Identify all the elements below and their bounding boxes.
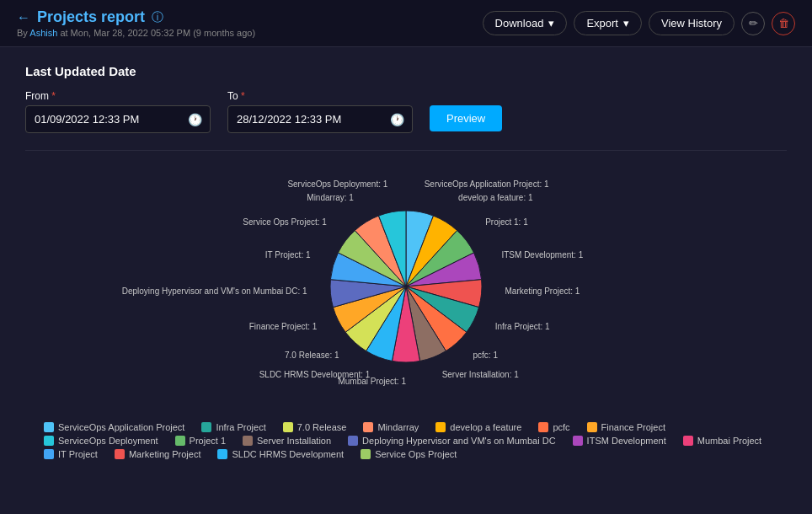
legend-color-box xyxy=(201,422,211,432)
legend-item: Mindarray xyxy=(363,422,419,432)
from-input-wrap: 🕐 xyxy=(25,105,211,133)
legend-label: ITSM Development xyxy=(587,436,666,446)
legend-label: IT Project xyxy=(58,449,98,459)
legend-item: Project 1 xyxy=(175,436,226,446)
page-title: Projects report xyxy=(37,8,145,26)
pie-label: Mindarray: 1 xyxy=(307,192,354,201)
legend-color-box xyxy=(44,436,54,446)
legend-item: ServiceOps Application Project xyxy=(44,422,184,432)
legend-color-box xyxy=(217,449,227,459)
pie-label: 7.0 Release: 1 xyxy=(285,351,339,360)
legend-color-box xyxy=(115,449,125,459)
legend-label: Deploying Hypervisor and VM's on Mumbai … xyxy=(362,436,556,446)
legend-grid: ServiceOps Application ProjectInfra Proj… xyxy=(27,422,785,459)
legend-item: develop a feature xyxy=(435,422,521,432)
legend-label: pcfc xyxy=(553,422,569,432)
from-label: From * xyxy=(25,90,211,102)
legend-color-box xyxy=(683,436,693,446)
to-date-input[interactable] xyxy=(227,105,413,133)
pie-label: Finance Project: 1 xyxy=(249,321,318,330)
pie-label: Infra Project: 1 xyxy=(495,321,550,330)
legend-color-box xyxy=(243,436,253,446)
pie-label: ServiceOps Application Project: 1 xyxy=(425,179,549,189)
pie-label: ITSM Development: 1 xyxy=(501,249,583,259)
legend-item: Service Ops Project xyxy=(361,449,457,459)
legend-color-box xyxy=(587,422,597,432)
legend-color-box xyxy=(348,436,358,446)
legend-item: ITSM Development xyxy=(573,436,666,446)
export-label: Export xyxy=(586,17,618,29)
legend-item: 7.0 Release xyxy=(283,422,347,432)
legend-item: SLDC HRMS Development xyxy=(217,449,344,459)
download-chevron-icon: ▾ xyxy=(548,17,554,29)
pie-label: Project 1: 1 xyxy=(485,217,528,226)
legend-item: Server Installation xyxy=(243,436,331,446)
view-history-label: View History xyxy=(661,17,722,29)
date-filter: From * 🕐 To * 🕐 Preview xyxy=(25,90,787,133)
legend-color-box xyxy=(538,422,548,432)
info-icon[interactable]: ⓘ xyxy=(152,10,163,25)
export-button[interactable]: Export ▾ xyxy=(574,11,642,35)
legend-color-box xyxy=(44,449,54,459)
pie-chart xyxy=(313,194,499,379)
legend-color-box xyxy=(361,449,371,459)
top-bar: ← Projects report ⓘ By Ashish at Mon, Ma… xyxy=(0,0,812,47)
legend-color-box xyxy=(44,422,54,432)
legend-color-box xyxy=(435,422,446,432)
legend-item: Infra Project xyxy=(201,422,265,432)
pie-label: IT Project: 1 xyxy=(265,249,311,259)
download-label: Download xyxy=(495,17,544,29)
title-section: ← Projects report ⓘ By Ashish at Mon, Ma… xyxy=(17,8,255,38)
to-label: To * xyxy=(227,90,413,102)
legend-label: Server Installation xyxy=(257,436,331,446)
pie-label: Service Ops Project: 1 xyxy=(243,217,326,226)
download-button[interactable]: Download ▾ xyxy=(483,11,568,35)
pie-label: pcfc: 1 xyxy=(473,351,497,360)
pie-label: develop a feature: 1 xyxy=(458,192,532,201)
legend-label: Service Ops Project xyxy=(375,449,457,459)
main-content: Last Updated Date From * 🕐 To * 🕐 Previe… xyxy=(0,47,812,476)
legend-color-box xyxy=(175,436,185,446)
pie-label: Marketing Project: 1 xyxy=(505,286,580,295)
legend-label: SLDC HRMS Development xyxy=(232,449,344,459)
legend-label: 7.0 Release xyxy=(297,422,347,432)
legend-label: ServiceOps Deployment xyxy=(58,436,158,446)
preview-button[interactable]: Preview xyxy=(430,105,502,131)
action-buttons: Download ▾ Export ▾ View History ✏ 🗑 xyxy=(483,11,795,35)
legend-label: Finance Project xyxy=(601,422,665,432)
legend-label: Infra Project xyxy=(216,422,265,432)
legend-color-box xyxy=(363,422,373,432)
section-title: Last Updated Date xyxy=(25,64,787,78)
pie-container: ServiceOps Application Project: 1develop… xyxy=(170,164,642,409)
legend-item: IT Project xyxy=(44,449,98,459)
legend-color-box xyxy=(573,436,583,446)
back-button[interactable]: ← xyxy=(17,10,30,25)
pie-label: Deploying Hypervisor and VM's on Mumbai … xyxy=(122,286,307,295)
legend-item: Mumbai Project xyxy=(683,436,761,446)
author-link[interactable]: Ashish xyxy=(29,28,57,38)
pie-label: Server Installation: 1 xyxy=(442,370,519,379)
subtitle: By Ashish at Mon, Mar 28, 2022 05:32 PM … xyxy=(17,28,255,38)
legend-item: Finance Project xyxy=(587,422,665,432)
legend-item: ServiceOps Deployment xyxy=(44,436,158,446)
view-history-button[interactable]: View History xyxy=(649,11,735,35)
from-clock-icon[interactable]: 🕐 xyxy=(188,113,202,126)
edit-button[interactable]: ✏ xyxy=(741,12,765,35)
delete-button[interactable]: 🗑 xyxy=(772,12,795,35)
pie-label: ServiceOps Deployment: 1 xyxy=(287,179,387,189)
legend-label: ServiceOps Application Project xyxy=(58,422,184,432)
legend-label: Marketing Project xyxy=(129,449,201,459)
pie-label: SLDC HRMS Development: 1 xyxy=(259,370,371,379)
to-field-group: To * 🕐 xyxy=(227,90,413,133)
title-area: ← Projects report ⓘ xyxy=(17,8,255,26)
legend-item: pcfc xyxy=(538,422,569,432)
legend-label: Project 1 xyxy=(190,436,226,446)
legend-label: Mumbai Project xyxy=(697,436,761,446)
legend-item: Marketing Project xyxy=(115,449,201,459)
legend-label: Mindarray xyxy=(377,422,419,432)
legend-item: Deploying Hypervisor and VM's on Mumbai … xyxy=(348,436,556,446)
divider xyxy=(25,150,787,151)
legend-color-box xyxy=(283,422,293,432)
to-clock-icon[interactable]: 🕐 xyxy=(390,113,404,126)
from-date-input[interactable] xyxy=(25,105,211,133)
